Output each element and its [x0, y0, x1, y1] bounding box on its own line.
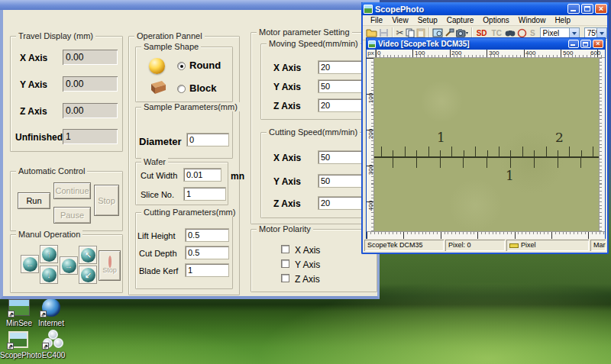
block-radio[interactable]	[177, 85, 186, 93]
desktop-icon-ec400[interactable]: ↗ EC400	[35, 328, 72, 359]
moving-speed-group: Moving Speed(mm/min) X Axis 20 Y Axis 50…	[260, 43, 368, 120]
jog-left-button[interactable]: ←	[21, 255, 39, 273]
manual-stop-button[interactable]: Stop	[99, 250, 121, 281]
run-button[interactable]: Run	[18, 192, 50, 209]
cut-width-input[interactable]: 0.01	[183, 168, 221, 182]
h-tick: 400	[525, 50, 535, 56]
desktop-icon-scopephoto[interactable]: ↗ ScopePhoto	[0, 328, 37, 359]
toolbar-separator	[428, 27, 429, 38]
polarity-y-checkbox[interactable]	[281, 259, 289, 268]
unfinished-label: Unfinished	[15, 132, 63, 143]
menu-setup[interactable]: Setup	[413, 16, 442, 24]
desktop-icon-internet[interactable]: ↗ Internet	[33, 296, 70, 327]
group-title: Wafer	[141, 157, 168, 166]
video-window: Video [ScopeTek DCM35] × px 0 100 200 30…	[366, 37, 606, 239]
wafer-group: Wafer Cut Width 0.01 Slice No. 1	[135, 162, 228, 205]
s-button[interactable]: S	[529, 29, 537, 37]
cut-width-label: Cut Width	[141, 171, 177, 180]
desktop-icon-label: Internet	[33, 319, 70, 327]
lift-height-input[interactable]: 0.5	[185, 228, 229, 242]
polarity-x-checkbox[interactable]	[281, 245, 289, 253]
window-title: ScopePhoto	[375, 5, 567, 14]
combobox-dropdown-icon[interactable]	[569, 28, 579, 38]
diag-down-arrow-icon: ↙	[81, 268, 95, 282]
video-maximize-button[interactable]	[580, 40, 591, 48]
scopephoto-menubar: File View Setup Capture Options Window H…	[363, 15, 607, 26]
shortcut-arrow-icon: ↗	[42, 343, 49, 350]
jog-right-button[interactable]: →	[60, 256, 78, 275]
unfinished-field: 1	[63, 129, 118, 144]
control-window-titlebar[interactable]	[0, 0, 380, 10]
x-axis-label: X Axis	[20, 53, 47, 63]
micrometer-lower-ticks	[393, 158, 599, 168]
desktop-icon-minsee[interactable]: ↗ MinSee	[1, 296, 37, 327]
scopephoto-titlebar[interactable]: ScopePhoto ×	[361, 2, 609, 15]
cutting-speed-z-input[interactable]: 20	[318, 196, 362, 210]
maximize-button[interactable]	[581, 4, 593, 14]
block-radio-label[interactable]: Block	[189, 82, 216, 94]
travel-display-group: Travel Display (mm) X Axis 0.00 Y Axis 0…	[10, 36, 123, 152]
close-button[interactable]: ×	[595, 4, 607, 14]
blade-kerf-input[interactable]: 1	[185, 263, 229, 277]
status-pixel: Pixel: 0	[445, 240, 505, 251]
status-marker: Marker: (0, 0); Wat	[590, 240, 606, 251]
polarity-z-checkbox[interactable]	[281, 274, 289, 282]
polarity-y-label[interactable]: Y Axis	[295, 259, 320, 270]
menu-options[interactable]: Options	[478, 16, 513, 24]
menu-capture[interactable]: Capture	[442, 16, 479, 24]
polarity-x-label[interactable]: X Axis	[295, 245, 320, 256]
sd-button[interactable]: SD	[475, 29, 489, 37]
menu-help[interactable]: Help	[550, 16, 575, 24]
sample-shape-group: Sample Shape Round Block	[135, 47, 233, 102]
z-axis-travel-field: 0.00	[63, 103, 118, 118]
continue-button[interactable]: Continue	[53, 182, 91, 199]
pause-button[interactable]: Pause	[53, 207, 91, 224]
moving-speed-z-input[interactable]: 20	[318, 98, 362, 112]
up-arrow-icon: ↑	[42, 247, 57, 262]
down-arrow-icon: ↓	[42, 268, 57, 282]
microscope-video-view[interactable]: 1 2 1	[374, 58, 599, 231]
group-title: Operation Pannel	[134, 31, 205, 40]
moving-speed-y-input[interactable]: 50	[318, 79, 362, 93]
cut-depth-input[interactable]: 0.5	[185, 246, 229, 259]
desktop-icon-label: ScopePhoto	[0, 351, 37, 359]
minimize-button[interactable]	[567, 4, 580, 14]
scopephoto-app-icon	[364, 5, 373, 14]
combobox-dropdown-icon[interactable]	[596, 28, 606, 38]
group-title: Automatic Control	[16, 166, 87, 176]
video-titlebar[interactable]: Video [ScopeTek DCM35] ×	[367, 38, 605, 50]
scopephoto-window: ScopePhoto × File View Setup Capture Opt…	[361, 2, 609, 254]
x-axis-label: X Axis	[273, 153, 301, 163]
diameter-input[interactable]: 0	[186, 133, 229, 147]
round-sample-icon	[149, 58, 165, 74]
slice-no-input[interactable]: 1	[183, 187, 226, 201]
video-close-button[interactable]: ×	[593, 40, 603, 48]
ruler-top-row: px 0 100 200 300 400 500 600	[367, 50, 605, 58]
diameter-label: Diameter	[139, 136, 182, 147]
scale-number: 2	[555, 130, 564, 145]
status-unit: Pixel	[506, 240, 589, 251]
group-title: Manul Operation	[16, 230, 82, 239]
jog-down-button[interactable]: ↓	[40, 266, 58, 284]
polarity-z-label[interactable]: Z Axis	[295, 274, 320, 285]
round-radio[interactable]	[177, 62, 186, 70]
group-title: Travel Display (mm)	[16, 31, 95, 40]
menu-file[interactable]: File	[366, 16, 387, 24]
round-radio-label[interactable]: Round	[189, 60, 221, 71]
video-minimize-button[interactable]	[568, 40, 579, 48]
jog-up-button[interactable]: ↑	[40, 245, 58, 263]
moving-speed-x-input[interactable]: 20	[318, 60, 362, 74]
video-window-icon	[368, 40, 376, 48]
cutting-speed-x-input[interactable]: 50	[318, 150, 362, 164]
cutting-speed-y-input[interactable]: 50	[318, 174, 362, 188]
tc-button[interactable]: TC	[490, 29, 503, 37]
lift-height-label: Lift Height	[137, 231, 176, 240]
right-arrow-icon: →	[62, 259, 76, 273]
menu-window[interactable]: Window	[514, 16, 551, 24]
cut-width-unit-label: mn	[231, 171, 244, 182]
unit-combobox-value: Pixel	[543, 29, 560, 37]
jog-z-up-button[interactable]: ↖	[79, 246, 97, 264]
menu-view[interactable]: View	[387, 16, 413, 24]
jog-z-down-button[interactable]: ↙	[79, 266, 97, 284]
auto-stop-button[interactable]: Stop	[94, 185, 119, 216]
